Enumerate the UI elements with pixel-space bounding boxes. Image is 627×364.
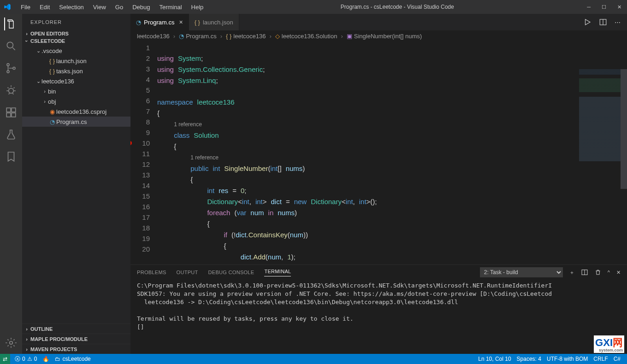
- svg-point-2: [7, 70, 9, 73]
- tree-item[interactable]: ›bin: [22, 86, 130, 96]
- settings-gear-icon[interactable]: [5, 336, 18, 349]
- sync-icon: 🔥: [42, 356, 49, 362]
- svg-point-3: [13, 67, 15, 70]
- tree-item[interactable]: ◉leetcode136.csproj: [22, 106, 130, 117]
- menu-selection[interactable]: Selection: [55, 2, 88, 12]
- breadcrumb-file[interactable]: Program.cs: [186, 33, 216, 40]
- minimap[interactable]: [579, 69, 621, 161]
- chevron-right-icon: ›: [41, 99, 48, 104]
- svg-rect-7: [12, 113, 16, 117]
- project-label: CSLEETCODE: [30, 38, 65, 44]
- maven-section[interactable]: ›MAVEN PROJECTS: [22, 344, 130, 354]
- status-sync[interactable]: 🔥: [40, 356, 52, 362]
- chevron-down-icon: ⌄: [35, 48, 41, 54]
- codelens-ref1[interactable]: 1 reference: [174, 121, 202, 128]
- editor-tab[interactable]: { }launch.json: [189, 14, 239, 30]
- panel-problems[interactable]: PROBLEMS: [137, 270, 166, 275]
- close-button[interactable]: ✕: [617, 4, 621, 10]
- minimize-button[interactable]: ─: [587, 4, 591, 10]
- tree-item[interactable]: { }tasks.json: [22, 66, 130, 76]
- status-lang[interactable]: C#: [611, 356, 623, 362]
- close-tab-icon[interactable]: ×: [179, 18, 183, 26]
- maven-label: MAVEN PROJECTS: [30, 346, 77, 352]
- code-content[interactable]: using System; using System.Collections.G…: [157, 41, 627, 264]
- close-panel-icon[interactable]: ✕: [616, 270, 621, 276]
- status-eol[interactable]: CRLF: [591, 356, 610, 362]
- svg-point-0: [7, 42, 13, 48]
- namespace-icon: { }: [226, 33, 231, 40]
- sidebar-header: EXPLORER: [22, 14, 130, 30]
- menu-bar: File Edit Selection View Go Debug Termin…: [17, 2, 207, 12]
- breadcrumb-class[interactable]: leetcoce136.Solution: [282, 33, 337, 40]
- search-icon[interactable]: [5, 40, 18, 53]
- tree-item[interactable]: ⌄.vscode: [22, 46, 130, 56]
- more-icon[interactable]: ⋯: [615, 19, 621, 26]
- maple-section[interactable]: ›MAPLE PROC/MODULE: [22, 334, 130, 344]
- kill-terminal-icon[interactable]: [595, 269, 601, 276]
- menu-help[interactable]: Help: [187, 2, 208, 12]
- tree-item-label: obj: [48, 98, 56, 105]
- activity-bar: [0, 14, 22, 354]
- tabs-bar: ◔Program.cs×{ }launch.json ⋯: [130, 14, 627, 30]
- extensions-icon[interactable]: [5, 106, 18, 119]
- tree-item[interactable]: ◔Program.cs: [22, 117, 130, 127]
- bookmark-icon[interactable]: [5, 150, 18, 163]
- tree-item-label: leetcode136: [41, 78, 74, 85]
- tree-item-label: launch.json: [56, 58, 87, 65]
- line-gutter: 1234567891011121314151617181920: [130, 41, 157, 264]
- status-folder[interactable]: 🗀csLeetcode: [52, 356, 93, 362]
- tree-item[interactable]: { }launch.json: [22, 56, 130, 66]
- status-bar: ⇄ ⓧ0 ⚠0 🔥 🗀csLeetcode Ln 10, Col 10 Spac…: [0, 354, 627, 364]
- tree-item-label: leetcode136.csproj: [56, 108, 106, 115]
- breadcrumb-namespace[interactable]: leetcoce136: [233, 33, 266, 40]
- debug-icon[interactable]: [5, 84, 18, 97]
- split-terminal-icon[interactable]: [581, 269, 588, 276]
- open-editors-section[interactable]: ›OPEN EDITORS: [22, 30, 130, 37]
- project-section[interactable]: ›CSLEETCODE: [22, 37, 130, 45]
- menu-go[interactable]: Go: [111, 2, 127, 12]
- menu-edit[interactable]: Edit: [35, 2, 54, 12]
- codelens-ref2[interactable]: 1 reference: [190, 154, 219, 161]
- outline-section[interactable]: ›OUTLINE: [22, 323, 130, 334]
- explorer-icon[interactable]: [4, 18, 17, 30]
- panel-debug-console[interactable]: DEBUG CONSOLE: [208, 270, 254, 275]
- svg-point-9: [10, 341, 13, 345]
- chevron-down-icon: ⌄: [35, 78, 41, 84]
- panel-output[interactable]: OUTPUT: [177, 270, 198, 275]
- open-editors-label: OPEN EDITORS: [30, 31, 69, 36]
- scrollbar-thumb[interactable]: [621, 69, 627, 189]
- split-editor-icon[interactable]: [599, 18, 607, 26]
- maximize-panel-icon[interactable]: ^: [608, 270, 610, 275]
- terminal-body[interactable]: C:\Program Files\dotnet\sdk\3.0.100-prev…: [130, 280, 627, 354]
- code-editor[interactable]: 1234567891011121314151617181920 using Sy…: [130, 41, 627, 264]
- source-control-icon[interactable]: [5, 62, 18, 75]
- editor-area: ◔Program.cs×{ }launch.json ⋯ leetcode136…: [130, 14, 627, 354]
- svg-point-4: [9, 88, 14, 94]
- menu-terminal[interactable]: Terminal: [155, 2, 186, 12]
- run-icon[interactable]: [583, 18, 592, 26]
- csproj-icon: ◉: [48, 108, 56, 115]
- maximize-button[interactable]: ☐: [602, 4, 606, 10]
- breadcrumb[interactable]: leetcode136› ◔ Program.cs› { } leetcoce1…: [130, 30, 627, 41]
- menu-view[interactable]: View: [89, 2, 110, 12]
- svg-rect-8: [12, 108, 16, 112]
- remote-indicator[interactable]: ⇄: [0, 354, 10, 364]
- status-errors[interactable]: ⓧ0 ⚠0: [12, 355, 40, 363]
- terminal-selector[interactable]: 2: Task - build: [480, 267, 563, 277]
- menu-debug[interactable]: Debug: [128, 2, 154, 12]
- new-terminal-icon[interactable]: ＋: [569, 269, 574, 276]
- status-encoding[interactable]: UTF-8 with BOM: [544, 356, 591, 362]
- breadcrumb-folder[interactable]: leetcode136: [137, 33, 170, 40]
- editor-tab[interactable]: ◔Program.cs×: [130, 14, 189, 30]
- tab-label: launch.json: [203, 19, 233, 26]
- tree-item[interactable]: ⌄leetcode136: [22, 76, 130, 86]
- test-icon[interactable]: [5, 128, 18, 141]
- menu-file[interactable]: File: [17, 2, 35, 12]
- breadcrumb-method[interactable]: SingleNumber(int[] nums): [354, 33, 422, 40]
- status-ln-col[interactable]: Ln 10, Col 10: [475, 356, 514, 362]
- cs-icon: ◔: [48, 118, 56, 125]
- tree-item[interactable]: ›obj: [22, 96, 130, 106]
- window-title: Program.cs - csLeetcode - Visual Studio …: [207, 4, 587, 10]
- status-spaces[interactable]: Spaces: 4: [514, 356, 544, 362]
- panel-terminal[interactable]: TERMINAL: [264, 269, 291, 276]
